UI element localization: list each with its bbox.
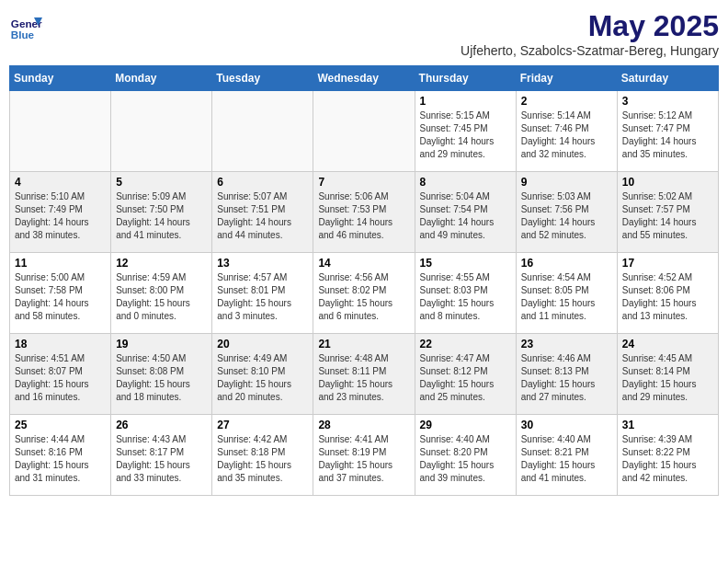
cell-info: Sunrise: 5:00 AMSunset: 7:58 PMDaylight:… bbox=[15, 271, 106, 323]
svg-text:Blue: Blue bbox=[11, 29, 35, 40]
cell-info: Sunrise: 5:12 AMSunset: 7:47 PMDaylight:… bbox=[622, 109, 713, 161]
day-number: 3 bbox=[622, 95, 713, 108]
day-number: 27 bbox=[217, 419, 308, 431]
cell-info: Sunrise: 4:43 AMSunset: 8:17 PMDaylight:… bbox=[116, 433, 207, 485]
week-row-3: 11Sunrise: 5:00 AMSunset: 7:58 PMDayligh… bbox=[10, 253, 719, 334]
month-title: May 2025 bbox=[461, 9, 719, 43]
calendar-cell: 22Sunrise: 4:47 AMSunset: 8:12 PMDayligh… bbox=[415, 334, 516, 415]
cell-info: Sunrise: 4:51 AMSunset: 8:07 PMDaylight:… bbox=[15, 352, 106, 404]
calendar-cell: 13Sunrise: 4:57 AMSunset: 8:01 PMDayligh… bbox=[212, 253, 313, 334]
cell-info: Sunrise: 4:39 AMSunset: 8:22 PMDaylight:… bbox=[622, 433, 713, 485]
week-row-2: 4Sunrise: 5:10 AMSunset: 7:49 PMDaylight… bbox=[10, 172, 719, 253]
calendar-cell: 24Sunrise: 4:45 AMSunset: 8:14 PMDayligh… bbox=[617, 334, 718, 415]
day-number: 22 bbox=[420, 338, 511, 350]
cell-info: Sunrise: 4:41 AMSunset: 8:19 PMDaylight:… bbox=[318, 433, 409, 485]
calendar-cell: 25Sunrise: 4:44 AMSunset: 8:16 PMDayligh… bbox=[10, 415, 111, 496]
day-number: 4 bbox=[15, 176, 106, 189]
week-row-4: 18Sunrise: 4:51 AMSunset: 8:07 PMDayligh… bbox=[10, 334, 719, 415]
day-number: 31 bbox=[622, 419, 713, 431]
page-header: General Blue May 2025 Ujfeherto, Szabolc… bbox=[9, 9, 719, 58]
cell-info: Sunrise: 4:56 AMSunset: 8:02 PMDaylight:… bbox=[318, 271, 409, 323]
calendar-cell: 1Sunrise: 5:15 AMSunset: 7:45 PMDaylight… bbox=[415, 91, 516, 172]
week-row-1: 1Sunrise: 5:15 AMSunset: 7:45 PMDaylight… bbox=[10, 91, 719, 172]
header-wednesday: Wednesday bbox=[313, 66, 415, 91]
day-number: 18 bbox=[15, 338, 106, 350]
day-number: 6 bbox=[217, 176, 308, 189]
day-number: 7 bbox=[318, 176, 409, 189]
day-number: 24 bbox=[622, 338, 713, 350]
calendar-cell: 14Sunrise: 4:56 AMSunset: 8:02 PMDayligh… bbox=[313, 253, 415, 334]
cell-info: Sunrise: 5:09 AMSunset: 7:50 PMDaylight:… bbox=[116, 190, 207, 242]
header-tuesday: Tuesday bbox=[212, 66, 313, 91]
cell-info: Sunrise: 5:15 AMSunset: 7:45 PMDaylight:… bbox=[420, 109, 511, 161]
calendar-table: SundayMondayTuesdayWednesdayThursdayFrid… bbox=[9, 65, 719, 496]
cell-info: Sunrise: 4:54 AMSunset: 8:05 PMDaylight:… bbox=[521, 271, 612, 323]
day-number: 1 bbox=[420, 95, 511, 108]
day-number: 2 bbox=[521, 95, 612, 108]
cell-info: Sunrise: 4:47 AMSunset: 8:12 PMDaylight:… bbox=[420, 352, 511, 404]
calendar-cell: 10Sunrise: 5:02 AMSunset: 7:57 PMDayligh… bbox=[617, 172, 718, 253]
day-number: 17 bbox=[622, 257, 713, 270]
calendar-cell: 5Sunrise: 5:09 AMSunset: 7:50 PMDaylight… bbox=[111, 172, 212, 253]
day-number: 5 bbox=[116, 176, 207, 189]
calendar-cell: 21Sunrise: 4:48 AMSunset: 8:11 PMDayligh… bbox=[313, 334, 415, 415]
day-number: 16 bbox=[521, 257, 612, 270]
cell-info: Sunrise: 5:10 AMSunset: 7:49 PMDaylight:… bbox=[15, 190, 106, 242]
calendar-cell: 30Sunrise: 4:40 AMSunset: 8:21 PMDayligh… bbox=[516, 415, 617, 496]
logo-icon: General Blue bbox=[9, 9, 42, 42]
calendar-cell: 6Sunrise: 5:07 AMSunset: 7:51 PMDaylight… bbox=[212, 172, 313, 253]
day-number: 21 bbox=[318, 338, 409, 350]
calendar-cell: 3Sunrise: 5:12 AMSunset: 7:47 PMDaylight… bbox=[617, 91, 718, 172]
calendar-cell: 12Sunrise: 4:59 AMSunset: 8:00 PMDayligh… bbox=[111, 253, 212, 334]
day-number: 23 bbox=[521, 338, 612, 350]
cell-info: Sunrise: 4:50 AMSunset: 8:08 PMDaylight:… bbox=[116, 352, 207, 404]
cell-info: Sunrise: 4:44 AMSunset: 8:16 PMDaylight:… bbox=[15, 433, 106, 485]
cell-info: Sunrise: 5:03 AMSunset: 7:56 PMDaylight:… bbox=[521, 190, 612, 242]
day-number: 30 bbox=[521, 419, 612, 431]
calendar-cell: 8Sunrise: 5:04 AMSunset: 7:54 PMDaylight… bbox=[415, 172, 516, 253]
calendar-cell: 28Sunrise: 4:41 AMSunset: 8:19 PMDayligh… bbox=[313, 415, 415, 496]
day-number: 14 bbox=[318, 257, 409, 270]
title-block: May 2025 Ujfeherto, Szabolcs-Szatmar-Ber… bbox=[461, 9, 719, 58]
cell-info: Sunrise: 4:40 AMSunset: 8:21 PMDaylight:… bbox=[521, 433, 612, 485]
cell-info: Sunrise: 4:52 AMSunset: 8:06 PMDaylight:… bbox=[622, 271, 713, 323]
header-saturday: Saturday bbox=[617, 66, 718, 91]
calendar-cell: 7Sunrise: 5:06 AMSunset: 7:53 PMDaylight… bbox=[313, 172, 415, 253]
cell-info: Sunrise: 4:57 AMSunset: 8:01 PMDaylight:… bbox=[217, 271, 308, 323]
calendar-cell: 17Sunrise: 4:52 AMSunset: 8:06 PMDayligh… bbox=[617, 253, 718, 334]
day-number: 29 bbox=[420, 419, 511, 431]
calendar-cell: 20Sunrise: 4:49 AMSunset: 8:10 PMDayligh… bbox=[212, 334, 313, 415]
calendar-cell bbox=[212, 91, 313, 172]
calendar-cell: 11Sunrise: 5:00 AMSunset: 7:58 PMDayligh… bbox=[10, 253, 111, 334]
cell-info: Sunrise: 4:42 AMSunset: 8:18 PMDaylight:… bbox=[217, 433, 308, 485]
calendar-cell: 31Sunrise: 4:39 AMSunset: 8:22 PMDayligh… bbox=[617, 415, 718, 496]
day-number: 8 bbox=[420, 176, 511, 189]
cell-info: Sunrise: 5:06 AMSunset: 7:53 PMDaylight:… bbox=[318, 190, 409, 242]
day-number: 10 bbox=[622, 176, 713, 189]
header-sunday: Sunday bbox=[10, 66, 111, 91]
day-number: 9 bbox=[521, 176, 612, 189]
day-number: 26 bbox=[116, 419, 207, 431]
day-number: 13 bbox=[217, 257, 308, 270]
calendar-cell bbox=[10, 91, 111, 172]
calendar-cell: 4Sunrise: 5:10 AMSunset: 7:49 PMDaylight… bbox=[10, 172, 111, 253]
location-title: Ujfeherto, Szabolcs-Szatmar-Bereg, Hunga… bbox=[461, 43, 719, 58]
calendar-header-row: SundayMondayTuesdayWednesdayThursdayFrid… bbox=[10, 66, 719, 91]
cell-info: Sunrise: 4:46 AMSunset: 8:13 PMDaylight:… bbox=[521, 352, 612, 404]
calendar-cell: 23Sunrise: 4:46 AMSunset: 8:13 PMDayligh… bbox=[516, 334, 617, 415]
logo: General Blue bbox=[9, 9, 42, 42]
calendar-cell: 26Sunrise: 4:43 AMSunset: 8:17 PMDayligh… bbox=[111, 415, 212, 496]
day-number: 20 bbox=[217, 338, 308, 350]
header-friday: Friday bbox=[516, 66, 617, 91]
calendar-cell bbox=[111, 91, 212, 172]
cell-info: Sunrise: 4:45 AMSunset: 8:14 PMDaylight:… bbox=[622, 352, 713, 404]
day-number: 28 bbox=[318, 419, 409, 431]
calendar-cell: 9Sunrise: 5:03 AMSunset: 7:56 PMDaylight… bbox=[516, 172, 617, 253]
day-number: 19 bbox=[116, 338, 207, 350]
week-row-5: 25Sunrise: 4:44 AMSunset: 8:16 PMDayligh… bbox=[10, 415, 719, 496]
day-number: 25 bbox=[15, 419, 106, 431]
cell-info: Sunrise: 4:48 AMSunset: 8:11 PMDaylight:… bbox=[318, 352, 409, 404]
cell-info: Sunrise: 5:02 AMSunset: 7:57 PMDaylight:… bbox=[622, 190, 713, 242]
header-thursday: Thursday bbox=[415, 66, 516, 91]
cell-info: Sunrise: 4:49 AMSunset: 8:10 PMDaylight:… bbox=[217, 352, 308, 404]
